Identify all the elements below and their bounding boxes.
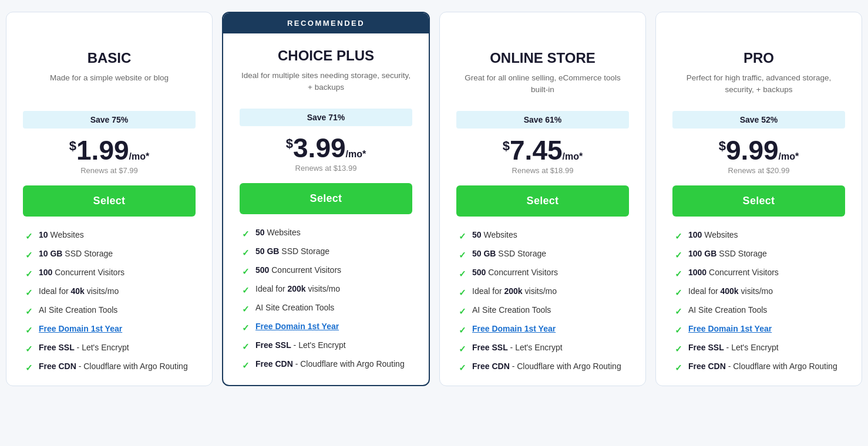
feature-item-choice-plus-3: ✓ Ideal for 200k visits/mo	[242, 283, 410, 296]
check-icon: ✓	[242, 265, 250, 278]
feature-bold: 100 GB	[688, 249, 716, 258]
feature-text: AI Site Creation Tools	[39, 305, 117, 316]
check-icon: ✓	[242, 246, 250, 259]
check-icon: ✓	[675, 230, 682, 242]
select-button-pro[interactable]: Select	[672, 185, 845, 217]
check-icon: ✓	[459, 249, 466, 261]
price-block-choice-plus: $3.99/mo*	[240, 134, 412, 161]
feature-bold: Free SSL	[688, 343, 724, 352]
feature-item-online-store-5: ✓ Free Domain 1st Year	[459, 323, 627, 336]
feature-bold: 10	[39, 230, 48, 239]
feature-text: Free SSL - Let's Encrypt	[688, 342, 779, 354]
check-icon: ✓	[459, 361, 466, 374]
feature-link-online-store-5[interactable]: Free Domain 1st Year	[472, 324, 556, 333]
select-button-choice-plus[interactable]: Select	[240, 183, 412, 214]
feature-text: Free CDN - Cloudflare with Argo Routing	[472, 361, 621, 373]
check-icon: ✓	[242, 322, 250, 334]
check-icon: ✓	[675, 249, 682, 261]
feature-item-choice-plus-2: ✓ 500 Concurrent Visitors	[242, 265, 410, 278]
feature-bold: 500	[472, 268, 486, 277]
feature-bold: 50 GB	[255, 246, 279, 256]
feature-item-pro-4: ✓ AI Site Creation Tools	[675, 305, 843, 317]
feature-text: 100 Concurrent Visitors	[39, 267, 125, 279]
feature-item-pro-1: ✓ 100 GB SSD Storage	[675, 248, 843, 261]
feature-text: Free CDN - Cloudflare with Argo Routing	[688, 361, 837, 373]
feature-bold: 200k	[504, 286, 522, 296]
price-unit-basic: /mo*	[129, 151, 150, 161]
feature-link-pro-5[interactable]: Free Domain 1st Year	[688, 324, 772, 333]
plan-card-pro: PROPerfect for high traffic, advanced st…	[655, 12, 862, 386]
feature-item-choice-plus-6: ✓ Free SSL - Let's Encrypt	[242, 340, 410, 353]
feature-bold: 50	[255, 228, 265, 237]
feature-link-choice-plus-5[interactable]: Free Domain 1st Year	[255, 322, 339, 331]
feature-bold: Free SSL	[255, 340, 291, 350]
check-icon: ✓	[459, 286, 466, 299]
feature-item-basic-3: ✓ Ideal for 40k visits/mo	[25, 286, 193, 299]
feature-bold: Free CDN	[688, 361, 726, 371]
feature-bold: Free CDN	[255, 359, 293, 369]
renews-at-basic: Renews at $7.99	[23, 166, 196, 175]
feature-text: 500 Concurrent Visitors	[255, 265, 341, 276]
check-icon: ✓	[25, 305, 33, 317]
select-button-basic[interactable]: Select	[23, 185, 196, 217]
feature-text: 10 Websites	[39, 229, 84, 241]
check-icon: ✓	[675, 305, 682, 317]
feature-item-basic-7: ✓ Free CDN - Cloudflare with Argo Routin…	[25, 361, 193, 374]
features-list-online-store: ✓ 50 Websites ✓ 50 GB SSD Storage ✓ 500 …	[456, 229, 629, 374]
plan-name-online-store: ONLINE STORE	[456, 50, 629, 66]
check-icon: ✓	[459, 324, 466, 336]
check-icon: ✓	[459, 343, 466, 355]
recommended-banner: RECOMMENDED	[223, 13, 429, 33]
feature-bold: 200k	[287, 284, 305, 293]
price-amount-pro: $9.99	[719, 135, 779, 165]
feature-text: Free Domain 1st Year	[255, 321, 339, 333]
check-icon: ✓	[242, 284, 250, 296]
feature-item-online-store-4: ✓ AI Site Creation Tools	[459, 305, 627, 317]
feature-text: AI Site Creation Tools	[688, 305, 767, 316]
check-icon: ✓	[242, 359, 250, 371]
feature-text: Ideal for 40k visits/mo	[39, 286, 119, 298]
feature-item-online-store-0: ✓ 50 Websites	[459, 229, 627, 242]
feature-bold: 100	[39, 268, 52, 277]
feature-item-online-store-3: ✓ Ideal for 200k visits/mo	[459, 286, 627, 299]
feature-text: Free Domain 1st Year	[472, 323, 556, 335]
feature-text: Free Domain 1st Year	[688, 323, 772, 335]
feature-bold: 400k	[720, 286, 738, 296]
feature-item-basic-4: ✓ AI Site Creation Tools	[25, 305, 193, 317]
check-icon: ✓	[242, 228, 250, 240]
feature-bold: 100	[688, 230, 702, 239]
check-icon: ✓	[25, 249, 33, 261]
feature-bold: Free SSL	[39, 343, 75, 352]
feature-link-basic-5[interactable]: Free Domain 1st Year	[39, 324, 122, 333]
check-icon: ✓	[25, 286, 33, 299]
check-icon: ✓	[25, 324, 33, 336]
save-badge-pro: Save 52%	[672, 111, 845, 129]
feature-text: 10 GB SSD Storage	[39, 248, 113, 260]
feature-bold: 10 GB	[39, 249, 62, 258]
plan-desc-online-store: Great for all online selling, eCommerce …	[456, 72, 629, 102]
check-icon: ✓	[25, 268, 33, 280]
plan-card-choice-plus: RECOMMENDEDCHOICE PLUSIdeal for multiple…	[222, 12, 430, 386]
feature-text: Ideal for 200k visits/mo	[472, 286, 557, 298]
feature-bold: 50 GB	[472, 249, 496, 258]
feature-bold: Free CDN	[39, 361, 76, 371]
feature-text: Free Domain 1st Year	[39, 323, 122, 335]
select-button-online-store[interactable]: Select	[456, 185, 629, 217]
feature-item-choice-plus-4: ✓ AI Site Creation Tools	[242, 302, 410, 315]
feature-text: Free CDN - Cloudflare with Argo Routing	[255, 359, 405, 370]
feature-item-basic-0: ✓ 10 Websites	[25, 229, 193, 242]
price-amount-online-store: $7.45	[503, 135, 563, 165]
check-icon: ✓	[675, 268, 682, 280]
feature-item-basic-6: ✓ Free SSL - Let's Encrypt	[25, 342, 193, 355]
check-icon: ✓	[25, 361, 33, 374]
renews-at-pro: Renews at $20.99	[672, 166, 845, 175]
feature-item-choice-plus-1: ✓ 50 GB SSD Storage	[242, 246, 410, 259]
check-icon: ✓	[242, 340, 250, 353]
feature-item-online-store-6: ✓ Free SSL - Let's Encrypt	[459, 342, 627, 355]
plan-desc-basic: Made for a simple website or blog	[23, 72, 196, 102]
plan-name-choice-plus: CHOICE PLUS	[240, 48, 412, 64]
feature-item-pro-0: ✓ 100 Websites	[675, 229, 843, 242]
feature-text: 50 GB SSD Storage	[472, 248, 546, 260]
feature-bold: 1000	[688, 268, 706, 277]
save-badge-online-store: Save 61%	[456, 111, 629, 129]
